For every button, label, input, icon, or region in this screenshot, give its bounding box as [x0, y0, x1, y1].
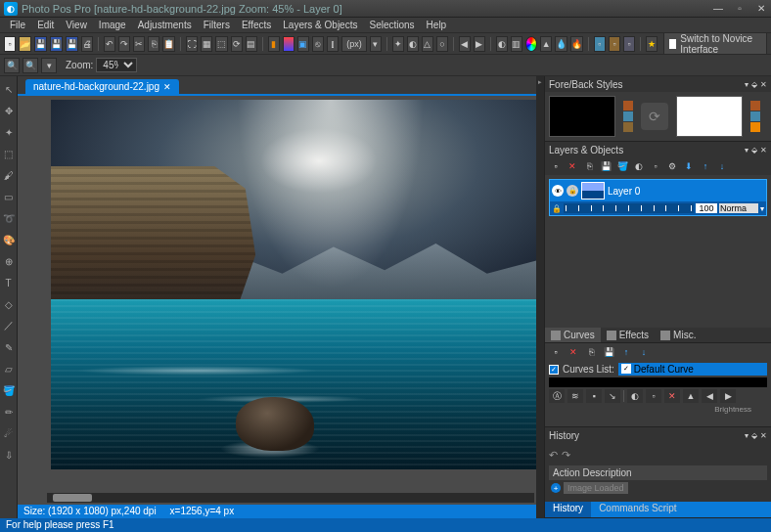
- text-tool-icon[interactable]: T: [2, 276, 16, 289]
- pushpin-icon[interactable]: ⬙: [751, 146, 757, 155]
- subtab-misc[interactable]: Misc.: [655, 328, 702, 342]
- adjust-icon[interactable]: ◐: [632, 159, 646, 173]
- brush-tool-icon[interactable]: 🖌: [2, 168, 16, 182]
- fx-arrow-icon[interactable]: ↘: [605, 389, 620, 403]
- switch-novice-button[interactable]: Switch to Novice Interface: [663, 33, 767, 55]
- blend-dropdown-icon[interactable]: ▾: [760, 204, 764, 213]
- sharpen-icon[interactable]: △: [422, 36, 433, 52]
- menu-help[interactable]: Help: [421, 19, 453, 31]
- curves-icon[interactable]: ⎋: [312, 36, 324, 52]
- new-layer-icon[interactable]: ▫: [549, 159, 563, 173]
- duplicate-layer-icon[interactable]: ⎘: [582, 159, 596, 173]
- tab-history[interactable]: History: [545, 502, 591, 517]
- panel-header-foreback[interactable]: Fore/Back Styles ▾ ⬙ ✕: [545, 76, 771, 92]
- menu-image[interactable]: Image: [93, 19, 132, 31]
- menu-file[interactable]: File: [4, 19, 31, 31]
- fx-left-icon[interactable]: ◀: [702, 389, 717, 403]
- subtab-curves[interactable]: Curves: [545, 328, 601, 342]
- save-icon[interactable]: 💾: [34, 36, 47, 52]
- lasso-tool-icon[interactable]: ➰: [2, 211, 16, 225]
- fill-tool-icon[interactable]: 🪣: [2, 383, 16, 397]
- line-tool-icon[interactable]: ／: [2, 319, 16, 332]
- curve-up-icon[interactable]: ↑: [619, 345, 633, 359]
- panel-close-icon[interactable]: ✕: [760, 431, 767, 440]
- scrollbar-thumb[interactable]: [53, 494, 92, 502]
- move-tool-icon[interactable]: ✥: [2, 104, 16, 117]
- menu-view[interactable]: View: [60, 19, 93, 31]
- menu-edit[interactable]: Edit: [31, 19, 60, 31]
- curve-down-icon[interactable]: ↓: [637, 345, 651, 359]
- menu-layers-objects[interactable]: Layers & Objects: [277, 19, 363, 31]
- pointer-tool-icon[interactable]: ↖: [2, 82, 16, 96]
- histogram-icon[interactable]: ▥: [511, 36, 522, 52]
- curve-active-checkbox[interactable]: ✓: [621, 364, 631, 374]
- curve-copy-icon[interactable]: ⎘: [584, 345, 598, 359]
- vibrance-icon[interactable]: ▲: [540, 36, 552, 52]
- fx-x-icon[interactable]: ✕: [664, 389, 680, 403]
- eraser-tool-icon[interactable]: ▱: [2, 362, 16, 376]
- fx-tri-icon[interactable]: ▲: [683, 389, 699, 403]
- marquee-tool-icon[interactable]: ▭: [2, 190, 16, 203]
- curve-save-icon[interactable]: 💾: [602, 345, 615, 359]
- layer-item[interactable]: 👁 🔒 Layer 0 🔒 100 Norma ▾: [549, 179, 767, 216]
- fit-icon[interactable]: ▾: [41, 58, 57, 73]
- horizontal-scrollbar[interactable]: [47, 493, 534, 503]
- rotate-icon[interactable]: ⟳: [231, 36, 243, 52]
- curves-enable-checkbox[interactable]: ✓: [549, 365, 559, 375]
- fx-a-icon[interactable]: Ⓐ: [549, 389, 565, 403]
- visibility-icon[interactable]: 👁: [552, 185, 564, 197]
- close-button[interactable]: ✕: [755, 3, 767, 15]
- zoom-out-icon[interactable]: 🔍: [4, 58, 20, 73]
- pin-icon[interactable]: ▾: [745, 80, 748, 89]
- fx-box-icon[interactable]: ▫: [646, 389, 661, 403]
- foreground-swatch[interactable]: [549, 96, 615, 137]
- layers-icon[interactable]: ▣: [297, 36, 309, 52]
- save-all-icon[interactable]: 💾: [66, 36, 78, 52]
- minimize-button[interactable]: —: [712, 3, 724, 15]
- paste-icon[interactable]: 📋: [162, 36, 175, 52]
- delete-layer-icon[interactable]: ✕: [566, 159, 579, 173]
- pin-icon[interactable]: ▾: [745, 146, 748, 155]
- curve-new-icon[interactable]: ▫: [549, 345, 563, 359]
- nav-left-icon[interactable]: ◀: [459, 36, 471, 52]
- grid-icon[interactable]: ▤: [246, 36, 257, 52]
- star-icon[interactable]: ★: [646, 36, 658, 52]
- levels-icon[interactable]: ⫿: [327, 36, 339, 52]
- opacity-lock-icon[interactable]: 🔒: [552, 204, 562, 213]
- fx1-icon[interactable]: ▫: [594, 36, 606, 52]
- zoom-in-icon[interactable]: 🔍: [23, 58, 38, 73]
- canvas-icon[interactable]: ▦: [201, 36, 212, 52]
- magic-tool-icon[interactable]: ✦: [2, 125, 16, 139]
- panel-close-icon[interactable]: ✕: [760, 146, 767, 155]
- smudge-tool-icon[interactable]: ☄: [2, 426, 16, 440]
- menu-effects[interactable]: Effects: [236, 19, 277, 31]
- fx2-icon[interactable]: ▫: [609, 36, 620, 52]
- curves-list-select[interactable]: ✓ Default Curve: [618, 363, 767, 376]
- fill-icon[interactable]: ▮: [268, 36, 280, 52]
- crop-tool-icon[interactable]: ⬚: [2, 147, 16, 160]
- layer-up-icon[interactable]: ↑: [699, 159, 712, 173]
- history-item[interactable]: + Image Loaded: [549, 480, 767, 496]
- dock-handle[interactable]: ▸: [536, 76, 544, 518]
- save-as-icon[interactable]: 💾: [50, 36, 63, 52]
- subtab-effects[interactable]: Effects: [601, 328, 655, 342]
- more-down-icon[interactable]: ⇩: [2, 448, 16, 462]
- expand-icon[interactable]: +: [551, 483, 561, 493]
- curve-del-icon[interactable]: ✕: [567, 345, 580, 359]
- maximize-button[interactable]: ▫: [734, 3, 746, 15]
- blend-mode-select[interactable]: Norma: [719, 203, 758, 213]
- clone-tool-icon[interactable]: ⊕: [2, 254, 16, 268]
- menu-adjustments[interactable]: Adjustments: [132, 19, 198, 31]
- flame-icon[interactable]: 🔥: [570, 36, 583, 52]
- fx-contrast-icon[interactable]: ◐: [627, 389, 643, 403]
- pencil-tool-icon[interactable]: ✏: [2, 405, 16, 419]
- menu-selections[interactable]: Selections: [363, 19, 420, 31]
- crop-icon[interactable]: ⬚: [215, 36, 227, 52]
- blur-icon[interactable]: ○: [436, 36, 448, 52]
- hue-icon[interactable]: [525, 36, 537, 52]
- layer-down-icon[interactable]: ↓: [715, 159, 729, 173]
- close-tab-icon[interactable]: ✕: [163, 82, 171, 92]
- pin-icon[interactable]: ▾: [745, 431, 748, 440]
- merge-down-icon[interactable]: ⬇: [682, 159, 696, 173]
- gradient-icon[interactable]: [283, 36, 295, 52]
